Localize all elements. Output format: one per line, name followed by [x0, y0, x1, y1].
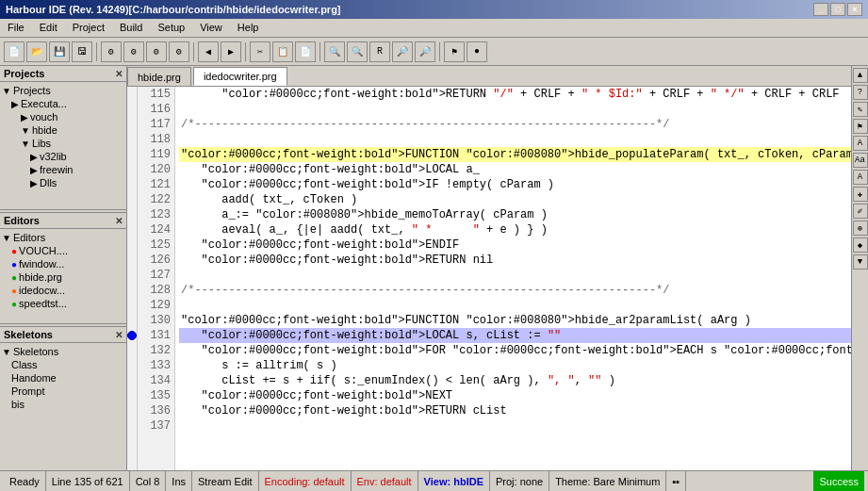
projects-close[interactable]: ✕	[115, 69, 123, 79]
tb-btn15[interactable]: 🔍	[347, 41, 368, 62]
tree-v32lib[interactable]: ▶ v32lib	[2, 150, 124, 163]
code-line-128: /*--------------------------------------…	[179, 283, 851, 298]
status-theme: Theme: Bare Minimum	[549, 471, 666, 491]
tree-idedocw-editor[interactable]: ● idedocw...	[2, 284, 124, 297]
tb-btn19[interactable]: ⚑	[444, 41, 465, 62]
editors-panel-header: Editors ✕	[0, 213, 126, 229]
code-line-121: "color:#0000cc;font-weight:bold">IF !emp…	[179, 177, 851, 192]
rt-btn12[interactable]: ▼	[853, 254, 868, 270]
projects-panel-header: Projects ✕	[0, 66, 126, 82]
tree-dlls[interactable]: ▶ Dlls	[2, 176, 124, 189]
editors-expand-icon: ▼	[2, 233, 11, 243]
maximize-button[interactable]: □	[830, 3, 845, 16]
status-view: View: hbIDE	[418, 471, 490, 491]
tb-btn6[interactable]: ⚙	[123, 41, 144, 62]
save-all-button[interactable]: 🖫	[72, 41, 92, 62]
open-button[interactable]: 📂	[26, 41, 47, 62]
rt-btn1[interactable]: ▲	[853, 68, 868, 83]
rt-btn10[interactable]: ⊕	[853, 221, 868, 236]
tab-hbide[interactable]: hbide.prg	[127, 67, 191, 86]
tree-item-label: fwindow...	[19, 258, 64, 270]
skeletons-close[interactable]: ✕	[115, 330, 123, 340]
menu-file[interactable]: File	[0, 21, 32, 35]
code-line-115: "color:#0000cc;font-weight:bold">RETURN …	[179, 87, 851, 102]
tb-btn16[interactable]: R	[369, 41, 390, 62]
tb-btn14[interactable]: 🔍	[324, 41, 345, 62]
tree-hbide[interactable]: ▼ hbide	[2, 123, 124, 137]
tb-btn11[interactable]: ✂	[250, 41, 270, 62]
tb-btn8[interactable]: ⚙	[169, 41, 189, 62]
tree-libs[interactable]: ▼ Libs	[2, 137, 124, 150]
editors-close[interactable]: ✕	[115, 216, 123, 226]
tb-div3	[245, 42, 246, 61]
tab-idedocwriter[interactable]: idedocwriter.prg	[193, 67, 287, 86]
tree-bis-skel[interactable]: bis	[2, 398, 124, 411]
status-success: Success	[813, 471, 864, 491]
status-line-col: Line 135 of 621	[46, 471, 130, 491]
left-panel: Projects ✕ ▼ Projects ▶ Executa... ▶ vou…	[0, 66, 127, 470]
tree-vouch-editor[interactable]: ● VOUCH....	[2, 244, 124, 257]
new-button[interactable]: 📄	[4, 41, 25, 62]
tb-btn9[interactable]: ◀	[198, 41, 219, 62]
tree-skeletons-root[interactable]: ▼ Skeletons	[2, 345, 124, 358]
tree-vouch[interactable]: ▶ vouch	[2, 110, 124, 123]
tree-prompt-skel[interactable]: Prompt	[2, 385, 124, 398]
menu-setup[interactable]: Setup	[150, 21, 192, 35]
tb-btn7[interactable]: ⚙	[146, 41, 167, 62]
tb-btn17[interactable]: 🔎	[392, 41, 413, 62]
tree-hbide-editor[interactable]: ● hbide.prg	[2, 270, 124, 284]
tb-div1	[96, 42, 97, 61]
status-resize1: ▪▪	[666, 471, 686, 491]
code-line-125: "color:#0000cc;font-weight:bold">ENDIF	[179, 237, 851, 253]
close-button[interactable]: ×	[847, 3, 862, 16]
code-line-133: s := alltrim( s )	[179, 358, 851, 373]
code-content[interactable]: "color:#0000cc;font-weight:bold">RETURN …	[175, 87, 851, 470]
save-button[interactable]: 💾	[49, 41, 70, 62]
menu-build[interactable]: Build	[112, 21, 150, 35]
rt-btn9[interactable]: ✐	[853, 204, 868, 219]
tb-btn12[interactable]: 📋	[272, 41, 293, 62]
rt-btn7[interactable]: A	[853, 170, 868, 185]
code-line-137	[179, 418, 851, 434]
tree-executa[interactable]: ▶ Executa...	[2, 97, 124, 110]
editor-panel: hbide.prg idedocwriter.prg 1151161171181…	[127, 66, 851, 470]
skeletons-tree: ▼ Skeletons Class Handome Prompt bis	[0, 343, 126, 470]
rt-btn11[interactable]: ◆	[853, 237, 868, 253]
status-bar: Ready Line 135 of 621 Col 8 Ins Stream E…	[0, 470, 868, 491]
tree-projects-root[interactable]: ▼ Projects	[2, 84, 124, 97]
main-area: Projects ✕ ▼ Projects ▶ Executa... ▶ vou…	[0, 66, 868, 470]
tree-freewin[interactable]: ▶ freewin	[2, 163, 124, 176]
code-line-120: "color:#0000cc;font-weight:bold">LOCAL a…	[179, 162, 851, 177]
tree-speedtst-editor[interactable]: ● speedtst...	[2, 297, 124, 310]
code-area[interactable]: 1151161171181191201211221231241251261271…	[127, 87, 851, 470]
tb-btn18[interactable]: 🔎	[415, 41, 435, 62]
status-ready: Ready	[4, 471, 46, 491]
tree-class-skel[interactable]: Class	[2, 358, 124, 371]
menu-view[interactable]: View	[192, 21, 230, 35]
editor-dot-icon: ●	[11, 272, 17, 283]
hbide-icon: ▼	[21, 125, 30, 136]
rt-btn2[interactable]: ?	[853, 85, 868, 100]
status-ins: Ins	[166, 471, 192, 491]
tb-btn20[interactable]: ●	[467, 41, 487, 62]
tb-btn10[interactable]: ▶	[221, 41, 241, 62]
rt-btn4[interactable]: ⚑	[853, 119, 868, 134]
tree-handome-skel[interactable]: Handome	[2, 371, 124, 385]
minimize-button[interactable]: _	[813, 3, 828, 16]
v32lib-icon: ▶	[30, 152, 38, 162]
tree-editors-root[interactable]: ▼ Editors	[2, 231, 124, 244]
rt-btn5[interactable]: A	[853, 136, 868, 151]
code-line-135: "color:#0000cc;font-weight:bold">NEXT	[179, 388, 851, 403]
tree-fwindow-editor[interactable]: ● fwindow...	[2, 257, 124, 270]
menu-help[interactable]: Help	[230, 21, 267, 35]
status-col: Col 8	[130, 471, 167, 491]
editor-dot-icon: ●	[11, 259, 17, 270]
code-line-134: cList += s + iif( s:_enumIndex() < len( …	[179, 373, 851, 388]
rt-btn3[interactable]: ✎	[853, 102, 868, 117]
rt-btn6[interactable]: Aa	[853, 153, 868, 168]
menu-edit[interactable]: Edit	[32, 21, 65, 35]
menu-project[interactable]: Project	[65, 21, 112, 35]
rt-btn8[interactable]: ✚	[853, 187, 868, 202]
tb-btn13[interactable]: 📄	[295, 41, 316, 62]
tb-btn5[interactable]: ⚙	[101, 41, 122, 62]
